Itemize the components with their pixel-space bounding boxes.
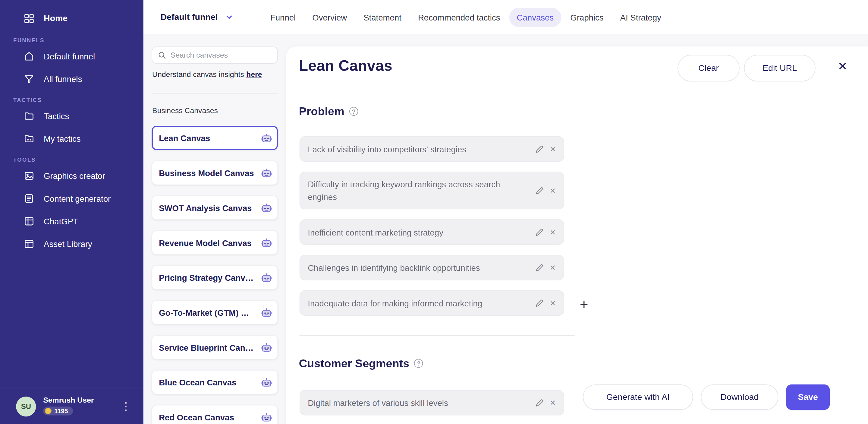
edit-pencil-icon[interactable] — [535, 186, 544, 195]
canvas-item-label: SWOT Analysis Canvas — [159, 203, 255, 212]
edit-pencil-icon[interactable] — [535, 145, 544, 153]
section-heading-problem: Problem ? — [299, 104, 358, 118]
sidebar-item-home[interactable]: Home — [0, 6, 144, 30]
generate-with-ai-button[interactable]: Generate with AI — [583, 385, 693, 410]
add-item-button[interactable]: + — [578, 297, 590, 311]
canvas-item-label: Lean Canvas — [159, 133, 213, 143]
tab-graphics[interactable]: Graphics — [563, 7, 612, 27]
sidebar-item-asset-library[interactable]: Asset Library — [0, 233, 144, 255]
sidebar-section-funnels: FUNNELS — [13, 37, 144, 44]
remove-icon[interactable]: ✕ — [550, 299, 556, 307]
canvas-item-business-model-canvas[interactable]: Business Model Canvas — [152, 161, 278, 185]
download-button[interactable]: Download — [701, 385, 778, 410]
folder-icon — [23, 110, 34, 122]
chevron-down-icon — [225, 13, 234, 22]
ai-robot-icon — [261, 377, 272, 387]
more-options-icon[interactable]: ⋮ — [121, 401, 131, 412]
ai-robot-icon — [261, 308, 272, 317]
sidebar-item-label: Asset Library — [44, 239, 92, 248]
sidebar-item-chatgpt[interactable]: ChatGPT — [0, 210, 144, 233]
canvas-item-label: Go-To-Market (GTM) … — [159, 308, 252, 317]
user-info: Semrush User 1195 — [43, 396, 94, 417]
canvas-entry-row: Lack of visibility into competitors' str… — [300, 136, 564, 162]
app: Home FUNNELS Default funnel All funnels … — [0, 0, 868, 424]
canvas-item-pricing-strategy-canvas[interactable]: Pricing Strategy Canv… — [152, 265, 278, 290]
canvas-item-blue-ocean-canvas[interactable]: Blue Ocean Canvas — [152, 370, 278, 394]
remove-icon[interactable]: ✕ — [550, 399, 556, 406]
section-heading-customer-segments: Customer Segments ? — [299, 357, 423, 370]
remove-icon[interactable]: ✕ — [550, 264, 556, 271]
canvas-item-swot-analysis-canvas[interactable]: SWOT Analysis Canvas — [152, 195, 278, 220]
tab-recommended-tactics[interactable]: Recommended tactics — [410, 7, 508, 27]
main-nav: Funnel Overview Statement Recommended ta… — [262, 7, 669, 27]
funnel-selector[interactable]: Default funnel — [161, 12, 234, 22]
canvas-entry-row: Digital marketers of various skill level… — [300, 390, 564, 415]
tab-overview[interactable]: Overview — [305, 7, 355, 27]
credits-count: 1195 — [54, 408, 68, 414]
window-layout-icon — [23, 216, 34, 227]
remove-icon[interactable]: ✕ — [550, 229, 556, 236]
clear-button[interactable]: Clear — [678, 55, 740, 82]
canvas-item-go-to-market-canvas[interactable]: Go-To-Market (GTM) … — [152, 300, 278, 325]
help-icon[interactable]: ? — [349, 107, 358, 116]
insights-link[interactable]: here — [246, 70, 262, 79]
tab-funnel[interactable]: Funnel — [262, 7, 304, 27]
entry-text: Inefficient content marketing strategy — [308, 225, 535, 238]
canvas-entry-row: Inefficient content marketing strategy ✕ — [300, 219, 564, 245]
canvas-item-lean-canvas[interactable]: Lean Canvas — [152, 126, 278, 150]
grid-icon — [23, 13, 34, 24]
user-name: Semrush User — [43, 396, 94, 404]
ai-robot-icon — [261, 412, 272, 422]
tab-statement[interactable]: Statement — [356, 7, 409, 27]
tab-ai-strategy[interactable]: AI Strategy — [613, 7, 669, 27]
ai-robot-icon — [261, 133, 272, 143]
avatar[interactable]: SU — [16, 396, 36, 416]
section-divider — [300, 335, 575, 336]
help-icon[interactable]: ? — [414, 359, 423, 368]
sidebar-item-all-funnels[interactable]: All funnels — [0, 67, 144, 90]
sidebar-item-label: Graphics creator — [44, 171, 105, 181]
funnel-selector-label: Default funnel — [161, 12, 218, 22]
canvas-item-red-ocean-canvas[interactable]: Red Ocean Canvas — [152, 405, 278, 424]
sidebar-item-default-funnel[interactable]: Default funnel — [0, 45, 144, 67]
sidebar-item-label: Content generator — [44, 194, 111, 203]
user-area: SU Semrush User 1195 ⋮ — [0, 388, 144, 424]
edit-pencil-icon[interactable] — [535, 263, 544, 272]
entry-text: Difficulty in tracking keyword rankings … — [308, 178, 535, 203]
canvas-item-label: Pricing Strategy Canv… — [159, 273, 257, 282]
sidebar-item-label: Home — [44, 13, 67, 23]
sidebar-item-label: ChatGPT — [44, 216, 79, 226]
canvas-entry-row: Difficulty in tracking keyword rankings … — [300, 172, 564, 209]
tab-canvases[interactable]: Canvases — [509, 7, 561, 27]
document-icon — [23, 193, 34, 204]
home-icon — [23, 51, 34, 62]
funnel-icon — [23, 73, 34, 85]
canvas-item-label: Blue Ocean Canvas — [159, 377, 240, 387]
search-input[interactable] — [170, 51, 272, 59]
sidebar-item-tactics[interactable]: Tactics — [0, 104, 144, 127]
customer-segments-items: Digital marketers of various skill level… — [300, 390, 564, 424]
edit-pencil-icon[interactable] — [535, 399, 544, 407]
remove-icon[interactable]: ✕ — [550, 187, 556, 194]
remove-icon[interactable]: ✕ — [550, 145, 556, 153]
credits-badge[interactable]: 1195 — [43, 406, 73, 415]
save-button[interactable]: Save — [786, 385, 830, 410]
edit-pencil-icon[interactable] — [535, 299, 544, 307]
entry-text: Inadequate data for making informed mark… — [308, 297, 535, 309]
canvas-item-service-blueprint-canvas[interactable]: Service Blueprint Can… — [152, 335, 278, 360]
canvas-item-revenue-model-canvas[interactable]: Revenue Model Canvas — [152, 231, 278, 255]
sidebar-item-my-tactics[interactable]: MY My tactics — [0, 127, 144, 150]
sidebar-item-graphics-creator[interactable]: Graphics creator — [0, 165, 144, 187]
close-icon[interactable]: ✕ — [838, 60, 847, 72]
search-canvases-box[interactable] — [152, 47, 278, 64]
ai-robot-icon — [261, 203, 272, 212]
edit-url-button[interactable]: Edit URL — [744, 55, 815, 82]
edit-pencil-icon[interactable] — [535, 228, 544, 236]
sidebar-item-label: Default funnel — [44, 52, 95, 61]
sidebar-item-content-generator[interactable]: Content generator — [0, 187, 144, 210]
sidebar-section-tools: TOOLS — [13, 157, 144, 163]
canvas-list: Lean Canvas Business Model Canvas SWOT A… — [152, 126, 278, 424]
entry-text: Lack of visibility into competitors' str… — [308, 143, 535, 155]
canvas-entry-row: Inadequate data for making informed mark… — [300, 290, 564, 315]
column-divider — [152, 93, 278, 94]
